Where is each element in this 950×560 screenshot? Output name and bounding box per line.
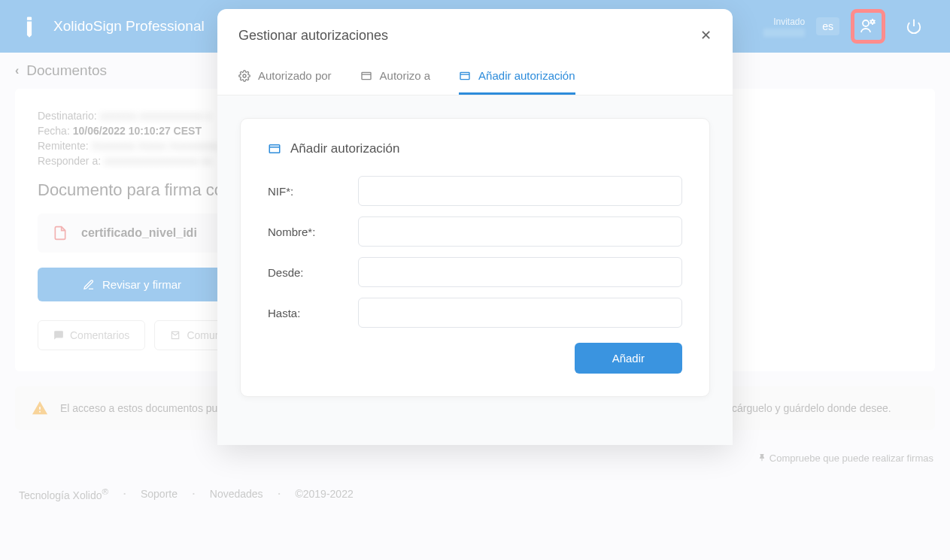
- svg-rect-6: [460, 72, 469, 79]
- nif-label: NIF*:: [268, 185, 358, 198]
- folder-icon: [360, 70, 372, 82]
- desde-label: Desde:: [268, 266, 358, 279]
- folder-title-icon: [268, 142, 281, 156]
- tab-add-auth-label: Añadir autorización: [478, 69, 575, 82]
- form-title-text: Añadir autorización: [290, 141, 400, 156]
- svg-point-3: [243, 74, 246, 77]
- form-card: Añadir autorización NIF*: Nombre*: Desde…: [240, 118, 710, 397]
- tab-authorized-by[interactable]: Autorizado por: [238, 59, 332, 95]
- modal-title: Gestionar autorizaciones: [238, 28, 388, 44]
- svg-rect-8: [269, 145, 280, 153]
- modal-manage-auth: Gestionar autorizaciones ✕ Autorizado po…: [217, 9, 733, 445]
- hasta-label: Hasta:: [268, 307, 358, 319]
- desde-input[interactable]: [358, 257, 682, 287]
- close-icon: ✕: [700, 28, 712, 43]
- nif-input[interactable]: [358, 176, 682, 206]
- nombre-input[interactable]: [358, 216, 682, 247]
- close-button[interactable]: ✕: [700, 27, 712, 44]
- tab-authorized-by-label: Autorizado por: [258, 69, 332, 82]
- tab-add-auth[interactable]: Añadir autorización: [459, 59, 575, 95]
- folder-open-icon: [459, 70, 471, 82]
- tab-authorize-to-label: Autorizo a: [380, 69, 431, 82]
- add-button[interactable]: Añadir: [575, 343, 682, 374]
- gear-icon: [238, 70, 250, 82]
- modal-overlay: Gestionar autorizaciones ✕ Autorizado po…: [0, 0, 950, 560]
- tab-authorize-to[interactable]: Autorizo a: [360, 59, 431, 95]
- hasta-input[interactable]: [358, 298, 682, 328]
- svg-rect-4: [362, 72, 371, 79]
- nombre-label: Nombre*:: [268, 226, 358, 238]
